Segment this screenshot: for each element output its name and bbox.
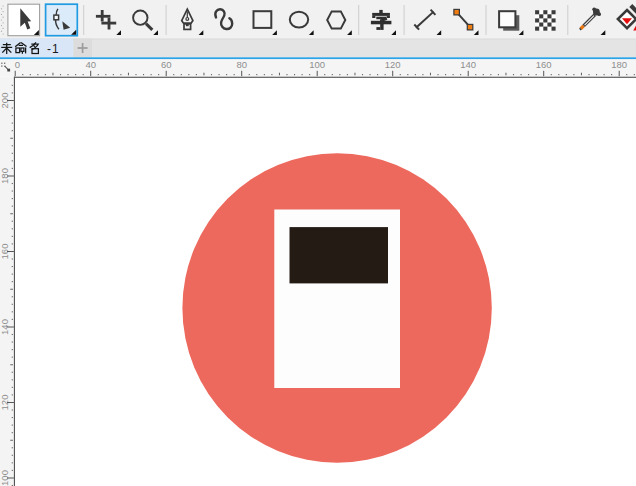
svg-text:120: 120	[385, 59, 401, 70]
svg-text:100: 100	[309, 59, 325, 70]
svg-text:0: 0	[15, 59, 20, 70]
svg-text:80: 80	[236, 59, 247, 70]
svg-text:180: 180	[611, 59, 627, 70]
svg-text:40: 40	[85, 59, 96, 70]
svg-text:160: 160	[536, 59, 552, 70]
svg-text:-1: -1	[47, 42, 59, 56]
svg-text:140: 140	[460, 59, 476, 70]
svg-text:60: 60	[161, 59, 172, 70]
